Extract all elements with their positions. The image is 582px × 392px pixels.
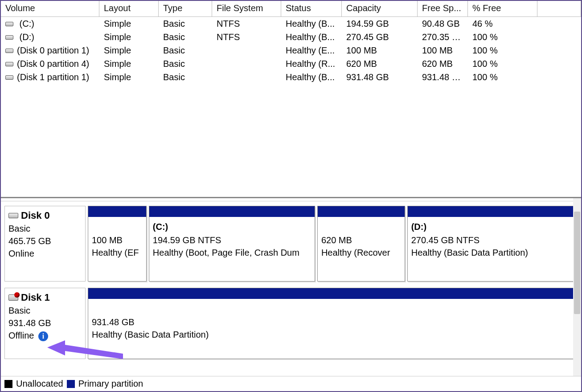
partition-bar bbox=[149, 206, 315, 217]
partition[interactable]: (D:)270.45 GB NTFSHealthy (Basic Data Pa… bbox=[407, 206, 578, 282]
volume-cell-pct: 46 % bbox=[468, 19, 537, 29]
disk-row: Disk 1Basic931.48 GBOffline i 931.48 GBH… bbox=[4, 288, 578, 359]
partitions-container: 100 MBHealthy (EF(C:)194.59 GB NTFSHealt… bbox=[86, 206, 578, 282]
volume-cell-layout: Simple bbox=[99, 32, 159, 42]
legend-primary-swatch bbox=[67, 380, 75, 388]
drive-icon bbox=[5, 22, 13, 26]
volume-cell-volume: (Disk 0 partition 1) bbox=[1, 45, 99, 56]
drive-icon bbox=[5, 75, 13, 80]
disk-status: Offline i bbox=[8, 329, 82, 342]
drive-icon bbox=[5, 35, 13, 40]
volume-cell-pct: 100 % bbox=[468, 45, 537, 56]
volume-cell-type: Basic bbox=[159, 45, 212, 56]
partition-status: Healthy (Basic Data Partition) bbox=[92, 328, 574, 341]
partition-status: Healthy (Boot, Page File, Crash Dum bbox=[153, 246, 311, 259]
volume-cell-layout: Simple bbox=[99, 59, 159, 69]
volume-cell-status: Healthy (B... bbox=[281, 32, 342, 42]
partition-size: 270.45 GB NTFS bbox=[411, 234, 574, 246]
volume-cell-pct: 100 % bbox=[468, 59, 537, 69]
volume-header-row: Volume Layout Type File System Status Ca… bbox=[1, 1, 581, 17]
volume-cell-free: 90.48 GB bbox=[418, 19, 468, 29]
volume-list-pane: Volume Layout Type File System Status Ca… bbox=[1, 1, 581, 198]
partitions-container: 931.48 GBHealthy (Basic Data Partition) bbox=[86, 288, 578, 359]
volume-cell-status: Healthy (E... bbox=[281, 45, 342, 56]
volume-row[interactable]: (C:)SimpleBasicNTFSHealthy (B...194.59 G… bbox=[1, 17, 581, 30]
scrollbar-vertical[interactable] bbox=[573, 198, 581, 376]
partition-status: Healthy (Basic Data Partition) bbox=[411, 246, 574, 259]
disk-title: Disk 0 bbox=[21, 210, 50, 221]
volume-cell-fs: NTFS bbox=[212, 19, 281, 29]
partition-bar bbox=[88, 206, 146, 217]
disk-type: Basic bbox=[8, 222, 82, 235]
col-file-system[interactable]: File System bbox=[212, 1, 281, 17]
volume-cell-capacity: 100 MB bbox=[342, 45, 418, 56]
volume-cell-type: Basic bbox=[159, 32, 212, 42]
volume-row[interactable]: (Disk 1 partition 1)SimpleBasicHealthy (… bbox=[1, 70, 581, 84]
volume-cell-type: Basic bbox=[159, 72, 212, 82]
volume-cell-status: Healthy (B... bbox=[281, 19, 342, 29]
volume-cell-layout: Simple bbox=[99, 72, 159, 82]
partition-size: 100 MB bbox=[92, 234, 143, 246]
volume-cell-capacity: 931.48 GB bbox=[342, 72, 418, 82]
disk-capacity: 465.75 GB bbox=[8, 235, 82, 247]
volume-cell-capacity: 620 MB bbox=[342, 59, 418, 69]
partition-label: (D:) bbox=[411, 220, 574, 233]
volume-row[interactable]: (Disk 0 partition 1)SimpleBasicHealthy (… bbox=[1, 44, 581, 57]
volume-rows[interactable]: (C:)SimpleBasicNTFSHealthy (B...194.59 G… bbox=[1, 17, 581, 197]
col-capacity[interactable]: Capacity bbox=[342, 1, 418, 17]
col-status[interactable]: Status bbox=[281, 1, 342, 17]
legend-primary-label: Primary partition bbox=[78, 379, 143, 389]
volume-cell-free: 100 MB bbox=[418, 45, 468, 56]
info-icon[interactable]: i bbox=[38, 331, 48, 341]
col-type[interactable]: Type bbox=[159, 1, 212, 17]
volume-cell-free: 620 MB bbox=[418, 59, 468, 69]
partition-bar bbox=[408, 206, 577, 217]
partition-status: Healthy (Recover bbox=[321, 246, 401, 259]
disk-title: Disk 1 bbox=[21, 292, 50, 303]
col-empty bbox=[537, 1, 581, 17]
graphical-disk-pane: Disk 0Basic465.75 GBOnline 100 MBHealthy… bbox=[1, 198, 581, 376]
volume-cell-layout: Simple bbox=[99, 45, 159, 56]
disk-row: Disk 0Basic465.75 GBOnline 100 MBHealthy… bbox=[4, 206, 578, 282]
volume-row[interactable]: (D:)SimpleBasicNTFSHealthy (B...270.45 G… bbox=[1, 30, 581, 44]
disk-status: Online bbox=[8, 247, 82, 260]
graph-inner: Disk 0Basic465.75 GBOnline 100 MBHealthy… bbox=[1, 201, 581, 376]
volume-cell-free: 270.35 GB bbox=[418, 32, 468, 42]
volume-cell-type: Basic bbox=[159, 19, 212, 29]
partition[interactable]: 100 MBHealthy (EF bbox=[88, 206, 147, 282]
disk-label[interactable]: Disk 0Basic465.75 GBOnline bbox=[4, 206, 86, 282]
col-free-space[interactable]: Free Sp... bbox=[418, 1, 468, 17]
disk-type: Basic bbox=[8, 304, 82, 317]
col-pct-free[interactable]: % Free bbox=[468, 1, 537, 17]
volume-cell-status: Healthy (R... bbox=[281, 59, 342, 69]
partition-bar bbox=[88, 288, 577, 299]
partition-bar bbox=[318, 206, 405, 217]
col-volume[interactable]: Volume bbox=[1, 1, 99, 17]
disk-error-icon bbox=[8, 294, 18, 301]
volume-cell-pct: 100 % bbox=[468, 72, 537, 82]
legend-unallocated-swatch bbox=[4, 380, 12, 388]
partition[interactable]: 620 MBHealthy (Recover bbox=[317, 206, 405, 282]
disk-label[interactable]: Disk 1Basic931.48 GBOffline i bbox=[4, 288, 86, 359]
scrollbar-thumb[interactable] bbox=[574, 212, 580, 314]
partition[interactable]: (C:)194.59 GB NTFSHealthy (Boot, Page Fi… bbox=[149, 206, 315, 282]
disk-capacity: 931.48 GB bbox=[8, 317, 82, 329]
legend: Unallocated Primary partition bbox=[1, 376, 581, 391]
legend-unallocated-label: Unallocated bbox=[16, 379, 63, 389]
partition-status: Healthy (EF bbox=[92, 246, 143, 259]
volume-row[interactable]: (Disk 0 partition 4)SimpleBasicHealthy (… bbox=[1, 57, 581, 70]
volume-cell-capacity: 194.59 GB bbox=[342, 19, 418, 29]
drive-icon bbox=[5, 62, 13, 66]
volume-cell-pct: 100 % bbox=[468, 32, 537, 42]
volume-cell-type: Basic bbox=[159, 59, 212, 69]
volume-cell-volume: (C:) bbox=[1, 19, 99, 29]
col-layout[interactable]: Layout bbox=[99, 1, 159, 17]
partition[interactable]: 931.48 GBHealthy (Basic Data Partition) bbox=[88, 288, 578, 359]
drive-icon bbox=[5, 49, 13, 53]
volume-cell-volume: (D:) bbox=[1, 32, 99, 42]
volume-cell-status: Healthy (B... bbox=[281, 72, 342, 82]
partition-label: (C:) bbox=[153, 220, 311, 233]
volume-cell-layout: Simple bbox=[99, 19, 159, 29]
volume-cell-capacity: 270.45 GB bbox=[342, 32, 418, 42]
volume-cell-free: 931.48 GB bbox=[418, 72, 468, 82]
